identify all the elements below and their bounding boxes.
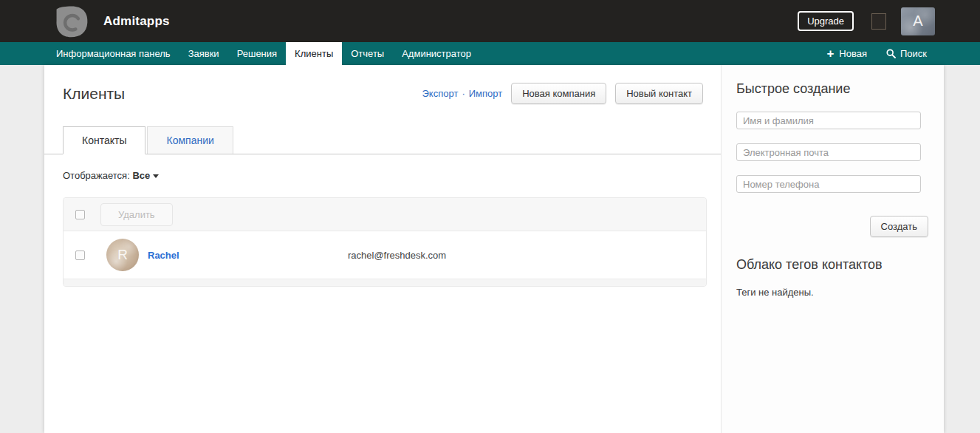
no-tags-text: Теги не найдены. [736,287,944,298]
upgrade-button[interactable]: Upgrade [798,11,854,31]
page-container: Клиенты Экспорт · Импорт Новая компания … [44,65,944,433]
tab-bar: Контакты Компании [44,126,721,154]
search-action[interactable]: Поиск [886,48,927,59]
topbar-actions: Upgrade A [798,7,935,35]
right-sidebar: Быстрое создание Создать Облако тегов ко… [721,65,944,433]
new-ticket-label: Новая [839,48,867,59]
notification-square-icon[interactable] [871,13,886,30]
nav-item-reports[interactable]: Отчеты [342,42,393,65]
create-button[interactable]: Создать [870,216,928,237]
nav-item-tickets[interactable]: Заявки [179,42,228,65]
main-nav: Информационная панель Заявки Решения Кли… [0,42,980,65]
app-logo-icon [52,3,93,40]
nav-items: Информационная панель Заявки Решения Кли… [47,42,480,65]
new-contact-button[interactable]: Новый контакт [615,83,703,104]
contact-name-link[interactable]: Rachel [148,250,179,261]
table-toolbar: Удалить [64,198,706,231]
nav-item-admin[interactable]: Администратор [393,42,480,65]
nav-item-solutions[interactable]: Решения [228,42,286,65]
import-link[interactable]: Импорт [469,88,502,99]
name-field[interactable] [736,112,921,129]
filter-row: Отображается: Все [63,170,721,181]
create-button-row: Создать [736,216,928,237]
contacts-table: Удалить R Rachel rachel@freshdesk.com [63,197,707,287]
filter-label: Отображается: [63,170,130,181]
contact-email: rachel@freshdesk.com [348,250,446,261]
delete-button[interactable]: Удалить [100,203,173,226]
quick-create-title: Быстрое создание [736,81,944,97]
export-link[interactable]: Экспорт [422,88,459,99]
tab-companies[interactable]: Компании [147,126,233,154]
app-title: Admitapps [103,14,170,29]
new-company-button[interactable]: Новая компания [511,83,606,104]
header-actions: Экспорт · Импорт Новая компания Новый ко… [422,83,703,104]
select-all-checkbox[interactable] [75,210,85,219]
email-field[interactable] [736,143,921,161]
table-footer [64,279,706,286]
phone-field[interactable] [736,175,921,193]
user-avatar[interactable]: A [901,7,935,35]
new-ticket-action[interactable]: + Новая [826,47,867,60]
nav-item-dashboard[interactable]: Информационная панель [47,42,179,65]
nav-right-actions: + Новая Поиск [807,42,927,65]
filter-value-dropdown[interactable]: Все [132,170,150,181]
search-icon [886,49,896,58]
top-bar: Admitapps Upgrade A [0,0,980,42]
row-checkbox[interactable] [75,250,85,260]
table-row[interactable]: R Rachel rachel@freshdesk.com [64,231,706,279]
plus-icon: + [826,47,834,60]
page-title: Клиенты [63,85,125,103]
tab-contacts[interactable]: Контакты [63,126,145,154]
chevron-down-icon[interactable] [153,174,159,178]
tag-cloud-title: Облако тегов контактов [736,257,944,273]
page-header: Клиенты Экспорт · Импорт Новая компания … [63,83,721,104]
search-label: Поиск [900,48,927,59]
main-content: Клиенты Экспорт · Импорт Новая компания … [44,65,721,433]
contact-avatar: R [106,239,139,271]
link-separator: · [462,88,465,99]
nav-item-customers[interactable]: Клиенты [286,42,342,65]
